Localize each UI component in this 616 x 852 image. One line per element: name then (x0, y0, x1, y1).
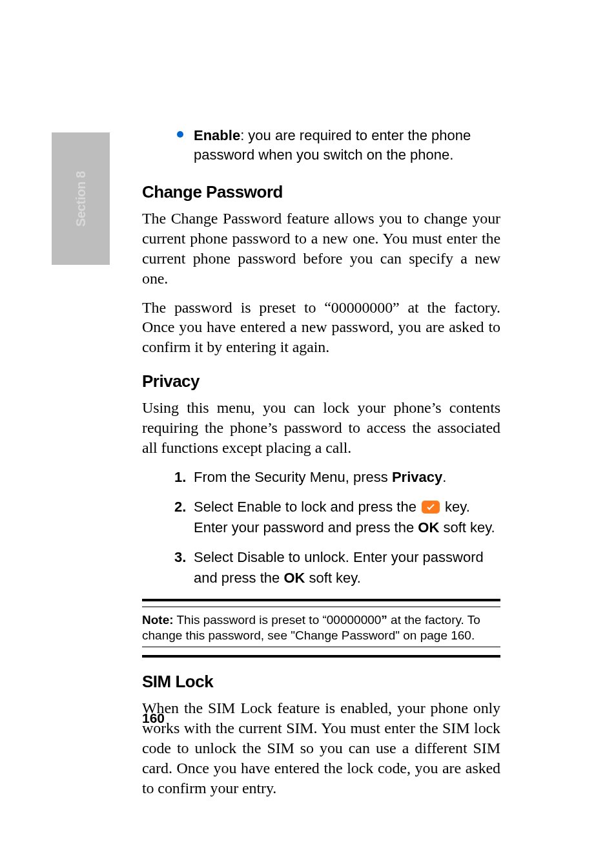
step-bold: OK (283, 570, 305, 586)
step-text-pre: From the Security Menu, press (194, 469, 392, 485)
step-bold: OK (418, 519, 439, 535)
divider-thin-top (142, 607, 500, 607)
sim-lock-para-1: When the SIM Lock feature is enabled, yo… (142, 698, 500, 798)
change-password-para-1: The Change Password feature allows you t… (142, 209, 500, 289)
step-1: 1. From the Security Menu, press Privacy… (194, 467, 500, 488)
section-tab-label: Section 8 (74, 171, 88, 226)
page-content: Enable: you are required to enter the ph… (142, 126, 500, 807)
step-text-pre: Select Enable to lock and press the (194, 499, 420, 515)
privacy-intro: Using this menu, you can lock your phone… (142, 398, 500, 458)
step-number: 2. (174, 497, 186, 517)
heading-privacy: Privacy (142, 371, 500, 391)
bullet-dot-icon (177, 131, 183, 138)
divider-thick-bottom (142, 655, 500, 658)
note-label: Note: (142, 613, 174, 627)
change-password-para-2: The password is preset to “00000000” at … (142, 298, 500, 358)
step-number: 3. (174, 547, 186, 568)
note-bold-quote: ” (381, 613, 387, 627)
note-t1: This password is preset to “00000000 (174, 613, 382, 627)
step-bold: Privacy (392, 469, 442, 485)
section-tab: Section 8 (52, 132, 110, 265)
bullet-label: Enable (194, 127, 240, 143)
page-number: 160 (142, 711, 165, 726)
bullet-item-enable: Enable: you are required to enter the ph… (194, 126, 500, 165)
divider-thick-top (142, 599, 500, 601)
step-3: 3. Select Disable to unlock. Enter your … (194, 547, 500, 588)
step-number: 1. (174, 467, 186, 488)
step-text-post: soft key. (439, 519, 495, 535)
privacy-steps: 1. From the Security Menu, press Privacy… (142, 467, 500, 588)
document-page: Section 8 Enable: you are required to en… (0, 0, 616, 852)
step-text-post: . (442, 469, 446, 485)
step-text-post: soft key. (305, 570, 360, 586)
ok-key-icon (422, 501, 440, 514)
heading-change-password: Change Password (142, 182, 500, 202)
heading-sim-lock: SIM Lock (142, 672, 500, 692)
note-text: Note: This password is preset to “000000… (142, 612, 500, 644)
divider-thin-bottom (142, 647, 500, 647)
step-2: 2. Select Enable to lock and press the k… (194, 497, 500, 538)
